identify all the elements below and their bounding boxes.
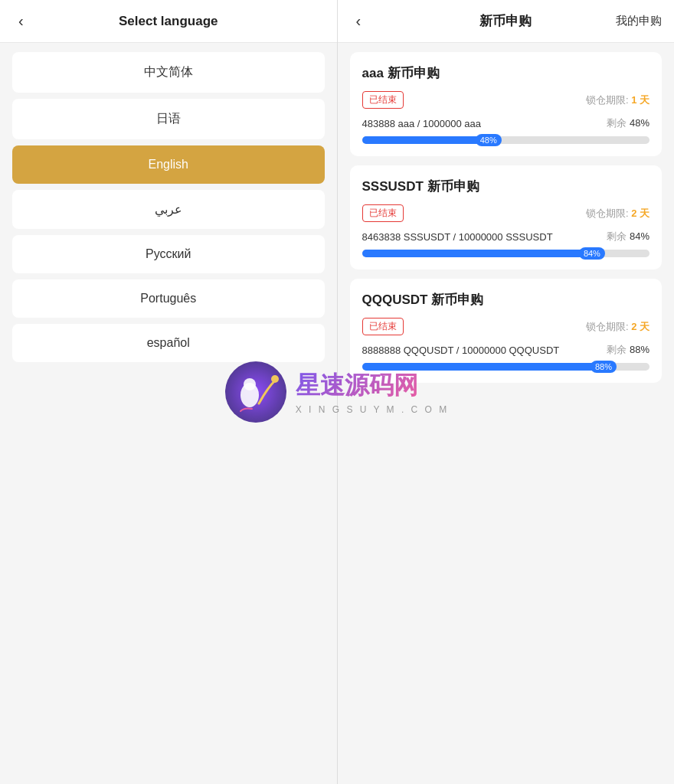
lock-period: 锁仓期限: 2 天	[586, 207, 649, 220]
lock-period: 锁仓期限: 1 天	[586, 93, 649, 107]
supply-text: 8463838 SSSUSDT / 10000000 SSSUSDT	[362, 231, 553, 243]
right-header: ‹ 新币申购 我的申购	[338, 0, 675, 43]
language-item-es[interactable]: español	[12, 324, 325, 362]
left-panel-title: Select language	[119, 14, 218, 29]
card-status-row: 已结束 锁仓期限: 1 天	[362, 91, 650, 109]
progress-bar-bg: 48%	[362, 136, 650, 144]
supply-row: 8463838 SSSUSDT / 10000000 SSSUSDT 剩余 84…	[362, 230, 650, 243]
card-status-row: 已结束 锁仓期限: 2 天	[362, 318, 650, 335]
language-item-ja[interactable]: 日语	[12, 99, 325, 139]
left-panel: ‹ Select language 中文简体日语EnglishعربيРусск…	[0, 0, 337, 784]
right-panel: ‹ 新币申购 我的申购 aaa 新币申购 已结束 锁仓期限: 1 天 48388…	[338, 0, 675, 784]
card-title: QQQUSDT 新币申购	[362, 291, 650, 309]
card-status-row: 已结束 锁仓期限: 2 天	[362, 204, 650, 222]
my-apply-button[interactable]: 我的申购	[616, 14, 662, 28]
progress-bar-fill: 88%	[362, 363, 615, 371]
cards-container: aaa 新币申购 已结束 锁仓期限: 1 天 483888 aaa / 1000…	[338, 43, 675, 392]
progress-label: 88%	[591, 361, 617, 373]
language-item-zh[interactable]: 中文简体	[12, 52, 325, 93]
card-card2[interactable]: SSSUSDT 新币申购 已结束 锁仓期限: 2 天 8463838 SSSUS…	[350, 165, 663, 270]
right-back-button[interactable]: ‹	[350, 9, 368, 33]
language-item-pt[interactable]: Português	[12, 279, 325, 318]
status-badge: 已结束	[362, 91, 404, 109]
language-item-ru[interactable]: Русский	[12, 235, 325, 273]
supply-text: 483888 aaa / 1000000 aaa	[362, 118, 481, 129]
language-item-ar[interactable]: عربي	[12, 190, 325, 229]
right-panel-title: 新币申购	[479, 12, 532, 30]
progress-label: 48%	[476, 134, 502, 146]
card-title: aaa 新币申购	[362, 64, 650, 82]
remain-text: 剩余 48%	[607, 116, 649, 130]
progress-bar-fill: 84%	[362, 250, 604, 257]
card-title: SSSUSDT 新币申购	[362, 178, 650, 195]
left-back-button[interactable]: ‹	[12, 9, 30, 33]
language-list: 中文简体日语EnglishعربيРусскийPortuguêsespañol	[0, 43, 337, 371]
progress-bar-bg: 84%	[362, 250, 650, 257]
remain-text: 剩余 84%	[607, 230, 649, 243]
language-item-en[interactable]: English	[12, 145, 325, 184]
card-card3[interactable]: QQQUSDT 新币申购 已结束 锁仓期限: 2 天 8888888 QQQUS…	[350, 279, 663, 383]
status-badge: 已结束	[362, 204, 404, 222]
progress-bar-fill: 48%	[362, 136, 500, 144]
card-card1[interactable]: aaa 新币申购 已结束 锁仓期限: 1 天 483888 aaa / 1000…	[350, 52, 663, 156]
left-header: ‹ Select language	[0, 0, 337, 43]
lock-period: 锁仓期限: 2 天	[586, 320, 649, 334]
supply-text: 8888888 QQQUSDT / 10000000 QQQUSDT	[362, 345, 560, 356]
progress-label: 84%	[579, 247, 605, 260]
remain-text: 剩余 88%	[607, 343, 649, 357]
status-badge: 已结束	[362, 318, 404, 335]
supply-row: 8888888 QQQUSDT / 10000000 QQQUSDT 剩余 88…	[362, 343, 650, 357]
progress-bar-bg: 88%	[362, 363, 650, 371]
supply-row: 483888 aaa / 1000000 aaa 剩余 48%	[362, 116, 650, 130]
